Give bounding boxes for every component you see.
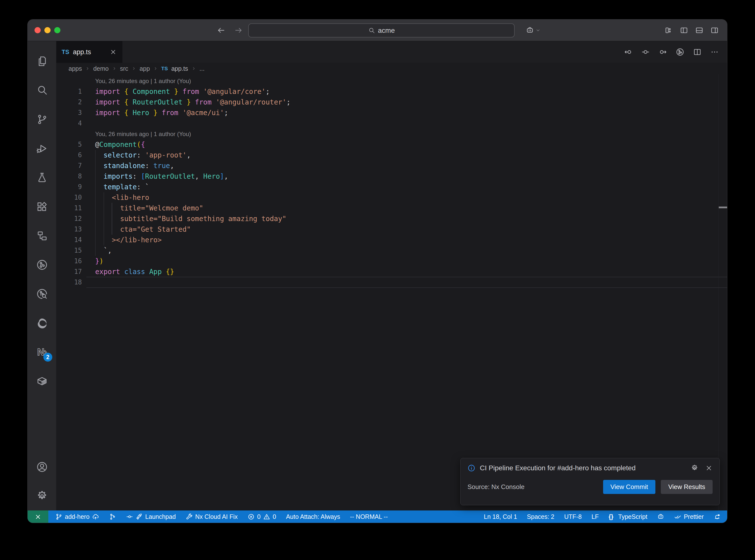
view-commit-button[interactable]: View Commit bbox=[603, 480, 656, 494]
close-tab-icon[interactable] bbox=[110, 48, 117, 56]
zoom-window-button[interactable] bbox=[54, 27, 60, 33]
line-number: 2 bbox=[56, 97, 82, 107]
editor-group: TS app.ts appsdemosrcappTSapp.ts... You,… bbox=[56, 41, 727, 511]
notification-settings-icon[interactable] bbox=[691, 464, 698, 472]
navigate-forward-icon[interactable] bbox=[234, 26, 243, 35]
activity-bar-item-search[interactable] bbox=[27, 76, 56, 105]
status-bar-item-launchpad[interactable]: Launchpad bbox=[126, 513, 176, 520]
breadcrumb-item[interactable]: demo bbox=[93, 65, 109, 72]
code-line-11: 11 title="Welcmoe demo" bbox=[56, 203, 727, 214]
status-bar-item-commit-graph[interactable] bbox=[109, 513, 116, 520]
status-bar-item-cursor-position[interactable]: Ln 18, Col 1 bbox=[484, 513, 517, 520]
extensions-icon bbox=[36, 201, 48, 213]
copilot-icon bbox=[657, 513, 664, 520]
breadcrumb-item[interactable]: app bbox=[140, 65, 150, 72]
error-icon bbox=[247, 513, 255, 520]
line-number: 9 bbox=[56, 182, 82, 192]
toggle-panel-button[interactable] bbox=[695, 26, 703, 35]
navigate-back-icon[interactable] bbox=[217, 26, 225, 35]
code-line-13: 13 cta="Get Started" bbox=[56, 224, 727, 235]
git-blame-annotation: You, 26 minutes ago | 1 author (You) bbox=[56, 76, 727, 86]
breadcrumb-item[interactable]: src bbox=[120, 65, 128, 72]
code-line-7: 7 standalone: true, bbox=[56, 160, 727, 171]
chevron-right-icon bbox=[153, 66, 158, 71]
open-changes-previous-icon[interactable] bbox=[624, 48, 633, 56]
status-bar-item-prettier[interactable]: Prettier bbox=[674, 513, 704, 520]
activity-bar-item-source-control[interactable] bbox=[27, 105, 56, 134]
toggle-secondary-sidebar-button[interactable] bbox=[710, 26, 719, 35]
status-label: -- NORMAL -- bbox=[350, 513, 388, 520]
view-results-button[interactable]: View Results bbox=[661, 480, 713, 494]
line-number: 8 bbox=[56, 171, 82, 182]
status-bar-item-problems[interactable]: 00 bbox=[247, 513, 276, 520]
hierarchy-icon bbox=[36, 230, 48, 242]
activity-bar-item-extensions[interactable] bbox=[27, 192, 56, 221]
status-bar-item-language-mode[interactable]: {}TypeScript bbox=[609, 513, 647, 520]
git-branch-icon bbox=[55, 513, 62, 520]
activity-bar-item-settings[interactable] bbox=[27, 481, 56, 511]
activity-badge: 2 bbox=[43, 353, 52, 362]
breadcrumb-tail[interactable]: ... bbox=[199, 65, 205, 72]
activity-bar-item-edge-tools[interactable] bbox=[27, 308, 56, 337]
overview-ruler-border bbox=[718, 74, 719, 511]
notification-close-icon[interactable] bbox=[705, 464, 713, 472]
code-editor[interactable]: You, 26 minutes ago | 1 author (You)1imp… bbox=[56, 74, 727, 511]
status-bar-item-copilot[interactable] bbox=[657, 513, 664, 520]
chevron-right-icon bbox=[132, 66, 136, 71]
activity-bar-item-accounts[interactable] bbox=[27, 452, 56, 481]
line-number: 10 bbox=[56, 192, 82, 203]
info-icon bbox=[468, 464, 475, 472]
code-line-8: 8 imports: [RouterOutlet, Hero], bbox=[56, 171, 727, 182]
activity-bar-item-testing[interactable] bbox=[27, 163, 56, 192]
remote-icon bbox=[34, 513, 42, 521]
close-window-button[interactable] bbox=[35, 27, 41, 33]
activity-bar-item-containers[interactable] bbox=[27, 366, 56, 396]
current-line-highlight bbox=[86, 277, 727, 288]
split-editor-button[interactable] bbox=[693, 48, 701, 56]
status-bar-item-notifications-bell[interactable] bbox=[714, 513, 721, 520]
activity-bar-item-gitlens-inspect[interactable] bbox=[27, 279, 56, 308]
command-center-search[interactable]: acme bbox=[248, 23, 515, 38]
container-icon bbox=[36, 375, 48, 387]
breadcrumb-item[interactable]: apps bbox=[68, 65, 82, 72]
open-changes-icon[interactable] bbox=[641, 48, 650, 56]
code-line-15: 15 `, bbox=[56, 245, 727, 256]
status-bar-item-eol[interactable]: LF bbox=[592, 513, 599, 520]
code-line-5: 5@Component({ bbox=[56, 139, 727, 150]
code-line-4: 4 bbox=[56, 118, 727, 129]
gitlens-icon bbox=[36, 259, 48, 271]
status-bar-item-branch[interactable]: add-hero bbox=[55, 513, 99, 520]
activity-bar-item-gitlens[interactable] bbox=[27, 250, 56, 279]
status-label: Auto Attach: Always bbox=[286, 513, 340, 520]
breadcrumb-file[interactable]: app.ts bbox=[171, 65, 188, 72]
commit-graph-button[interactable] bbox=[676, 48, 684, 56]
more-actions-button[interactable] bbox=[710, 48, 719, 56]
status-bar: add-heroLaunchpadNx Cloud AI Fix00Auto A… bbox=[27, 511, 727, 523]
customize-layout-button[interactable] bbox=[664, 26, 673, 35]
typescript-file-icon: TS bbox=[161, 65, 168, 72]
status-bar-item-vim-mode[interactable]: -- NORMAL -- bbox=[350, 513, 388, 520]
status-label: add-hero bbox=[65, 513, 90, 520]
status-label: Spaces: 2 bbox=[527, 513, 554, 520]
window-controls bbox=[35, 19, 60, 41]
copilot-menu[interactable] bbox=[526, 26, 540, 35]
activity-bar-item-nx-console[interactable]: N›2 bbox=[27, 337, 56, 366]
activity-bar-item-explorer[interactable] bbox=[27, 46, 56, 76]
activity-bar: N›2 bbox=[27, 41, 56, 511]
remote-indicator[interactable] bbox=[27, 511, 48, 523]
status-bar-item-indentation[interactable]: Spaces: 2 bbox=[527, 513, 554, 520]
line-number: 6 bbox=[56, 150, 82, 160]
activity-bar-item-hierarchy[interactable] bbox=[27, 221, 56, 250]
status-bar-item-encoding[interactable]: UTF-8 bbox=[564, 513, 582, 520]
status-label: 0 bbox=[257, 513, 261, 520]
minimize-window-button[interactable] bbox=[44, 27, 51, 33]
tab-app-ts[interactable]: TS app.ts bbox=[56, 41, 122, 63]
warning-icon bbox=[263, 513, 270, 520]
notification-title: CI Pipeline Execution for #add-hero has … bbox=[480, 464, 687, 472]
activity-bar-item-run-debug[interactable] bbox=[27, 134, 56, 163]
status-bar-item-nx-cloud-ai-fix[interactable]: Nx Cloud AI Fix bbox=[186, 513, 238, 520]
status-bar-item-auto-attach[interactable]: Auto Attach: Always bbox=[286, 513, 340, 520]
open-changes-next-icon[interactable] bbox=[659, 48, 667, 56]
tab-label: app.ts bbox=[73, 48, 91, 56]
toggle-primary-sidebar-button[interactable] bbox=[680, 26, 688, 35]
